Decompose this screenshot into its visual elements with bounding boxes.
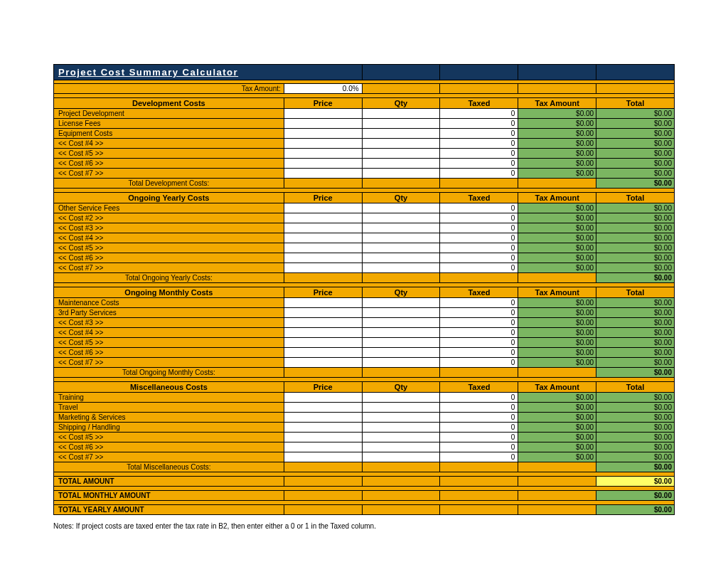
price-cell[interactable]: [284, 203, 362, 213]
price-cell[interactable]: [284, 223, 362, 233]
taxed-cell[interactable]: 0: [440, 298, 518, 308]
qty-cell[interactable]: [362, 263, 440, 273]
qty-cell[interactable]: [362, 253, 440, 263]
qty-cell[interactable]: [362, 129, 440, 139]
price-cell[interactable]: [284, 413, 362, 423]
qty-cell[interactable]: [362, 452, 440, 462]
column-header: Total: [596, 98, 675, 109]
taxed-cell[interactable]: 0: [440, 403, 518, 413]
taxed-cell[interactable]: 0: [440, 442, 518, 452]
price-cell[interactable]: [284, 119, 362, 129]
price-cell[interactable]: [284, 169, 362, 179]
taxed-cell[interactable]: 0: [440, 169, 518, 179]
price-cell[interactable]: [284, 442, 362, 452]
tax-amount-cell: $0.00: [518, 403, 596, 413]
taxed-cell[interactable]: 0: [440, 139, 518, 149]
price-cell[interactable]: [284, 308, 362, 318]
taxed-cell[interactable]: 0: [440, 338, 518, 348]
cost-label: << Cost #5 >>: [54, 149, 284, 159]
taxed-cell[interactable]: 0: [440, 348, 518, 358]
taxed-cell[interactable]: 0: [440, 253, 518, 263]
qty-cell[interactable]: [362, 159, 440, 169]
taxed-cell[interactable]: 0: [440, 328, 518, 338]
taxed-cell[interactable]: 0: [440, 149, 518, 159]
qty-cell[interactable]: [362, 328, 440, 338]
row-total-cell: $0.00: [596, 149, 675, 159]
price-cell[interactable]: [284, 338, 362, 348]
qty-cell[interactable]: [362, 169, 440, 179]
qty-cell[interactable]: [362, 233, 440, 243]
price-cell[interactable]: [284, 149, 362, 159]
price-cell[interactable]: [284, 452, 362, 462]
price-cell[interactable]: [284, 403, 362, 413]
cost-label: Travel: [54, 403, 284, 413]
qty-cell[interactable]: [362, 149, 440, 159]
price-cell[interactable]: [284, 129, 362, 139]
price-cell[interactable]: [284, 348, 362, 358]
taxed-cell[interactable]: 0: [440, 263, 518, 273]
qty-cell[interactable]: [362, 308, 440, 318]
tax-value[interactable]: 0.0%: [284, 84, 362, 94]
price-cell[interactable]: [284, 393, 362, 403]
price-cell[interactable]: [284, 233, 362, 243]
taxed-cell[interactable]: 0: [440, 223, 518, 233]
qty-cell[interactable]: [362, 298, 440, 308]
qty-cell[interactable]: [362, 442, 440, 452]
taxed-cell[interactable]: 0: [440, 159, 518, 169]
taxed-cell[interactable]: 0: [440, 129, 518, 139]
qty-cell[interactable]: [362, 358, 440, 368]
taxed-cell[interactable]: 0: [440, 452, 518, 462]
qty-cell[interactable]: [362, 203, 440, 213]
price-cell[interactable]: [284, 433, 362, 442]
qty-cell[interactable]: [362, 243, 440, 253]
qty-cell[interactable]: [362, 393, 440, 403]
column-header: Taxed: [440, 98, 518, 109]
section-header: Miscellaneous Costs: [54, 382, 284, 393]
price-cell[interactable]: [284, 318, 362, 328]
taxed-cell[interactable]: 0: [440, 433, 518, 442]
qty-cell[interactable]: [362, 423, 440, 433]
price-cell[interactable]: [284, 328, 362, 338]
price-cell[interactable]: [284, 358, 362, 368]
taxed-cell[interactable]: 0: [440, 358, 518, 368]
qty-cell[interactable]: [362, 413, 440, 423]
grand-total-label: TOTAL MONTHLY AMOUNT: [54, 491, 284, 501]
price-cell[interactable]: [284, 263, 362, 273]
price-cell[interactable]: [284, 109, 362, 119]
qty-cell[interactable]: [362, 109, 440, 119]
qty-cell[interactable]: [362, 403, 440, 413]
taxed-cell[interactable]: 0: [440, 318, 518, 328]
price-cell[interactable]: [284, 159, 362, 169]
tax-label: Tax Amount:: [54, 84, 284, 94]
taxed-cell[interactable]: 0: [440, 243, 518, 253]
tax-amount-cell: $0.00: [518, 452, 596, 462]
qty-cell[interactable]: [362, 338, 440, 348]
tax-amount-cell: $0.00: [518, 203, 596, 213]
qty-cell[interactable]: [362, 139, 440, 149]
taxed-cell[interactable]: 0: [440, 393, 518, 403]
taxed-cell[interactable]: 0: [440, 119, 518, 129]
tax-amount-cell: $0.00: [518, 433, 596, 442]
taxed-cell[interactable]: 0: [440, 203, 518, 213]
subtotal-label: Total Ongoing Yearly Costs:: [54, 273, 284, 283]
taxed-cell[interactable]: 0: [440, 233, 518, 243]
price-cell[interactable]: [284, 243, 362, 253]
qty-cell[interactable]: [362, 223, 440, 233]
price-cell[interactable]: [284, 423, 362, 433]
price-cell[interactable]: [284, 298, 362, 308]
taxed-cell[interactable]: 0: [440, 213, 518, 223]
qty-cell[interactable]: [362, 433, 440, 442]
taxed-cell[interactable]: 0: [440, 109, 518, 119]
price-cell[interactable]: [284, 139, 362, 149]
qty-cell[interactable]: [362, 348, 440, 358]
qty-cell[interactable]: [362, 119, 440, 129]
qty-cell[interactable]: [362, 318, 440, 328]
taxed-cell[interactable]: 0: [440, 308, 518, 318]
subtotal-label: Total Ongoing Monthly Costs:: [54, 368, 284, 378]
taxed-cell[interactable]: 0: [440, 413, 518, 423]
subtotal-label: Total Miscellaneous Costs:: [54, 462, 284, 472]
taxed-cell[interactable]: 0: [440, 423, 518, 433]
qty-cell[interactable]: [362, 213, 440, 223]
price-cell[interactable]: [284, 213, 362, 223]
price-cell[interactable]: [284, 253, 362, 263]
